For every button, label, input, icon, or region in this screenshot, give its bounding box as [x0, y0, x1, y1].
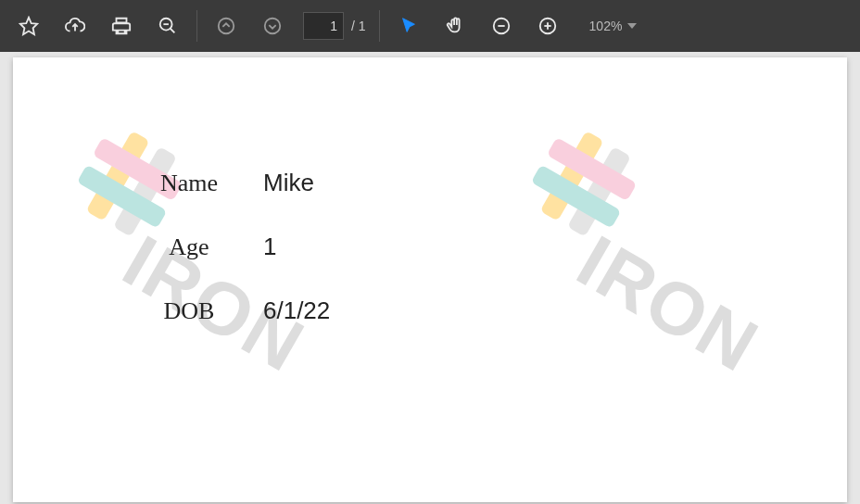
field-label-dob: DOB [115, 297, 263, 325]
toolbar-separator [379, 10, 380, 42]
svg-point-4 [219, 19, 234, 34]
field-row: DOB 6/1/22 [115, 296, 330, 325]
watermark-text: IRON [563, 219, 773, 389]
form-content: Name Mike Age 1 DOB 6/1/22 [115, 169, 330, 360]
field-row: Age 1 [115, 233, 330, 261]
star-icon[interactable] [6, 3, 52, 49]
field-label-name: Name [115, 170, 263, 197]
document-viewport: IRON IRON Name Mike Age 1 DOB 6/1/22 [0, 52, 860, 504]
pdf-toolbar: / 1 102% [0, 0, 860, 52]
zoom-level-select[interactable]: 102% [580, 19, 647, 33]
field-value-name: Mike [263, 169, 314, 197]
pdf-page: IRON IRON Name Mike Age 1 DOB 6/1/22 [13, 57, 847, 502]
field-label-age: Age [115, 233, 263, 261]
chevron-down-icon [627, 23, 637, 29]
cloud-upload-icon[interactable] [52, 3, 98, 49]
select-tool-icon[interactable] [386, 3, 432, 49]
field-row: Name Mike [115, 169, 330, 197]
search-icon[interactable] [145, 3, 191, 49]
field-value-dob: 6/1/22 [263, 296, 330, 325]
field-value-age: 1 [263, 233, 276, 261]
svg-point-5 [265, 19, 281, 34]
page-number-input[interactable] [303, 12, 344, 40]
watermark: IRON [447, 111, 847, 502]
page-up-icon[interactable] [203, 3, 249, 49]
watermark-hash-icon [507, 108, 659, 260]
page-indicator: / 1 [303, 12, 366, 40]
toolbar-separator [196, 10, 197, 42]
hand-tool-icon[interactable] [432, 3, 478, 49]
page-total-label: / 1 [351, 19, 366, 33]
svg-line-2 [171, 29, 175, 33]
page-down-icon[interactable] [249, 3, 296, 49]
svg-marker-0 [20, 18, 37, 34]
zoom-out-icon[interactable] [478, 3, 525, 49]
zoom-level-label: 102% [589, 19, 623, 33]
print-icon[interactable] [98, 3, 145, 49]
zoom-in-icon[interactable] [525, 3, 571, 49]
